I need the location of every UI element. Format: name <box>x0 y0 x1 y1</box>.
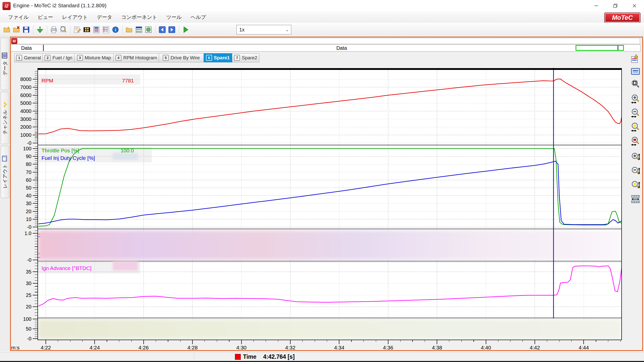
pane-splitter[interactable] <box>43 45 44 51</box>
y-tick-label: 4000 <box>20 108 32 114</box>
menu-item-4[interactable]: コンポーネント <box>117 12 162 22</box>
close-file-button[interactable] <box>12 25 21 34</box>
restore-button[interactable] <box>606 0 625 12</box>
worksheet-tab-rpm-histogram[interactable]: 4RPM Histogram <box>114 53 159 62</box>
x-tick-label: 4:32 <box>285 345 296 350</box>
import-icon <box>36 26 44 34</box>
track-report-icon <box>144 26 152 34</box>
print-button[interactable] <box>49 25 58 34</box>
channel-label: Ign Advance [°BTDC] <box>42 265 92 271</box>
status-separator <box>194 353 194 360</box>
zoom-out-time-icon <box>630 108 640 118</box>
zoom-in-value-button[interactable] <box>630 151 641 162</box>
track-report-button[interactable] <box>144 25 153 34</box>
channel-wave-icon <box>1 101 8 108</box>
toolbar-separator <box>33 25 33 34</box>
dock-button-0[interactable]: データ <box>1 38 9 90</box>
y-tick-label: -0 <box>27 257 31 263</box>
status-time-value: 4:42.764 [s] <box>263 353 295 360</box>
zoom-in-time-button[interactable] <box>630 93 641 104</box>
zoom-default-time-button[interactable] <box>630 135 641 146</box>
print-preview-button[interactable] <box>59 25 68 34</box>
playback-speed-select[interactable]: 1x ⌄ <box>236 25 291 34</box>
open-add-icon <box>3 26 11 34</box>
zoom-out-time-button[interactable] <box>630 107 641 118</box>
overview-cursor <box>618 46 618 50</box>
zoom-full-value-button[interactable] <box>630 179 641 191</box>
worksheet-tab-fuel-ign[interactable]: 2Fuel / Ign <box>43 53 74 62</box>
x-tick-label: 4:44 <box>579 345 589 350</box>
menu-item-3[interactable]: データ <box>92 12 117 22</box>
x-tick-label: 4:40 <box>481 345 491 350</box>
x-tick-label: 4:36 <box>383 345 393 350</box>
title-bar: i2 Engine - MoTeC i2 Standard (1.1.2.809… <box>0 0 644 12</box>
properties-button[interactable] <box>101 25 110 34</box>
menu-item-2[interactable]: レイアウト <box>58 12 92 22</box>
graph-area[interactable]: 80007000600050004000300020001000-0100908… <box>10 63 627 352</box>
application-window: i2 Engine - MoTeC i2 Standard (1.1.2.809… <box>0 0 644 362</box>
close-button[interactable] <box>625 0 644 12</box>
select-display-button[interactable] <box>630 53 641 64</box>
toolbar-separator <box>47 25 47 34</box>
menu-item-0[interactable]: ファイル <box>4 12 33 22</box>
displays-button[interactable] <box>630 66 641 77</box>
zoom-full-time-button[interactable] <box>630 121 641 132</box>
zoom-box-button[interactable] <box>630 78 641 89</box>
worksheet-tab-mixture-map[interactable]: 3Mixture Map <box>74 53 114 62</box>
import-button[interactable] <box>35 25 45 34</box>
zoom-out-value-button[interactable] <box>630 165 641 176</box>
menu-item-1[interactable]: ビュー <box>33 12 58 22</box>
tab-number: 4 <box>115 55 122 61</box>
properties-icon <box>102 26 110 34</box>
print-preview-icon <box>59 26 67 34</box>
measure-button[interactable] <box>630 194 641 205</box>
prev-lap-button[interactable] <box>158 25 167 34</box>
dock-button-label: データ <box>2 61 8 75</box>
edit-details-button[interactable] <box>73 25 82 34</box>
x-tick-label: 4:38 <box>432 345 442 350</box>
dock-button-1[interactable]: チャンネル <box>1 92 9 144</box>
video-icon <box>83 26 91 34</box>
channel-report-button[interactable] <box>134 25 143 34</box>
x-tick-label: 4:24 <box>90 345 100 350</box>
prev-lap-icon <box>158 26 166 34</box>
worksheet-tab-spare1[interactable]: 6Spare1 <box>204 53 232 62</box>
maths-button[interactable] <box>92 25 101 34</box>
data-header-center-label: Data <box>329 45 354 51</box>
next-lap-icon <box>168 26 176 34</box>
y-tick-label: 30 <box>26 201 31 206</box>
menu-item-6[interactable]: ヘルプ <box>186 12 211 22</box>
info-icon: i <box>111 26 119 34</box>
time-range-overview[interactable] <box>576 45 624 51</box>
y-tick-label: -0 <box>27 224 31 230</box>
channel-label: Fuel Inj Duty Cycle [%] <box>42 155 95 161</box>
next-lap-button[interactable] <box>167 25 176 34</box>
zoom-full-value-icon <box>630 180 640 190</box>
components-button[interactable] <box>125 25 134 34</box>
minimize-button[interactable] <box>587 0 606 12</box>
toolbar-separator <box>70 25 71 34</box>
dock-button-2[interactable]: レイアウト <box>1 146 9 198</box>
dock-button-label: レイアウト <box>2 164 8 188</box>
play-button[interactable] <box>181 25 190 34</box>
tab-number: 6 <box>206 55 212 61</box>
worksheet-tab-spare2[interactable]: 7Spare2 <box>232 53 259 62</box>
zoom-in-time-icon <box>630 94 640 104</box>
worksheet-tab-general[interactable]: 1General <box>14 53 43 62</box>
menu-item-5[interactable]: ツール <box>162 12 186 22</box>
worksheet-tab-drive-by-wire[interactable]: 5Drive By Wire <box>159 53 204 62</box>
window-title: Engine - MoTeC i2 Standard (1.1.2.809) <box>13 3 106 9</box>
workbook-tab[interactable]: M <box>11 38 17 44</box>
y-tick-label: -0 <box>27 140 31 146</box>
video-button[interactable] <box>82 25 91 34</box>
info-button[interactable]: i <box>111 25 120 34</box>
tab-label: Mixture Map <box>85 55 111 61</box>
dock-button-label: チャンネル <box>2 110 8 134</box>
y-tick-label: 90 <box>26 154 31 159</box>
workbook-strip <box>18 38 640 44</box>
print-icon <box>50 26 58 34</box>
play-icon <box>182 26 190 34</box>
x-tick-label: 4:22 <box>41 345 51 350</box>
save-button[interactable] <box>22 25 31 34</box>
open-add-button[interactable] <box>3 25 12 34</box>
